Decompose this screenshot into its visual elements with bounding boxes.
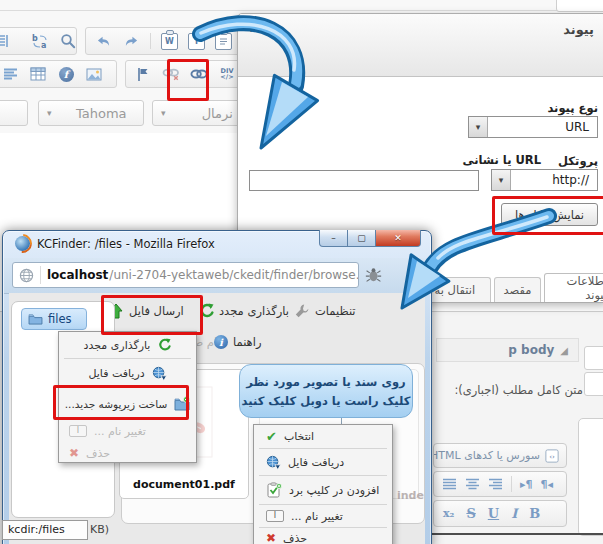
subscript-icon[interactable]: x₂ <box>443 508 454 519</box>
partial-page-box <box>556 0 603 12</box>
menu-item-rename[interactable]: I تغییر نام ... <box>59 420 196 442</box>
link-type-select[interactable]: ▾ URL <box>468 116 598 138</box>
toolbar-group-insert: f <box>0 60 117 88</box>
font-dropdown[interactable]: ▾ Tahoma <box>38 100 144 126</box>
menu-item-clipboard-add[interactable]: افزودن در کلیپ برد <box>254 476 392 504</box>
kcfinder-help-button[interactable]: i راهنما <box>214 335 261 349</box>
elements-path-text[interactable]: p body <box>508 343 554 357</box>
hint-tooltip: روی سند یا تصویر مورد نظر کلیک راست یا د… <box>239 364 413 418</box>
blockquote-icon[interactable] <box>1 65 19 83</box>
menu-item-select[interactable]: ✔ انتخاب <box>254 425 392 448</box>
image-icon[interactable] <box>85 65 103 83</box>
menu-item-label: دریافت فایل <box>288 456 344 469</box>
protocol-label: پروتكل <box>558 154 598 168</box>
dialog-chrome <box>238 14 603 77</box>
refresh-icon <box>198 303 214 319</box>
tab-label: مقصد <box>504 283 532 297</box>
file2-name-partial: inde <box>397 489 425 502</box>
search-icon[interactable] <box>59 32 77 50</box>
menu-item-label: انتخاب <box>284 430 314 443</box>
source-button[interactable]: ‹› سورس یا کدهای HTML <box>433 443 567 468</box>
anchor-flag-icon[interactable] <box>134 65 152 83</box>
redo-icon[interactable] <box>122 32 140 50</box>
toolbar-separator <box>511 476 512 492</box>
paste-from-word-icon[interactable]: W <box>161 33 178 50</box>
flash-icon[interactable]: f <box>57 65 75 83</box>
menu-item-delete-file[interactable]: ✖ حذف <box>254 528 392 544</box>
resize-handle-icon[interactable]: ◢ <box>560 345 568 356</box>
chevron-down-icon[interactable]: ▾ <box>469 117 488 137</box>
protocol-select[interactable]: ▾ http:// <box>491 169 598 191</box>
url-host[interactable]: localhost <box>47 268 108 282</box>
url-path[interactable]: /uni-2704-yektaweb/ckedit/finder/browse.… <box>109 268 359 282</box>
close-window-button[interactable]: ✕ <box>375 230 421 247</box>
undo-icon[interactable] <box>94 32 112 50</box>
div-container-icon[interactable]: DIV</> <box>218 65 236 83</box>
urlbar-divider <box>40 266 41 284</box>
bold-icon[interactable]: B <box>529 507 540 520</box>
rename-icon: I <box>266 510 284 522</box>
url-bar[interactable]: localhost/uni-2704-yektaweb/ckedit/finde… <box>12 262 359 288</box>
styles-dropdown[interactable]: ▾ <box>0 100 28 126</box>
text-direction-ltr-icon[interactable]: ▸¶ <box>520 478 533 491</box>
url-field-label: URL یا نشانی <box>418 153 541 167</box>
hint-line2: کلیک راست یا دوبل کلیک کنید <box>242 394 411 408</box>
browse-files-button[interactable]: نمایش فایل ها <box>501 203 598 226</box>
strikethrough-icon[interactable]: S <box>466 507 475 520</box>
indent-icon[interactable] <box>0 32 11 50</box>
elements-path-bar[interactable]: p body ◢ <box>436 338 579 362</box>
unlink-icon[interactable] <box>162 65 180 83</box>
protocol-value: http:// <box>511 173 597 187</box>
close-icon[interactable]: ✕ <box>246 21 262 37</box>
kcfinder-upload-button[interactable]: ارسال فایل <box>108 303 184 319</box>
italic-icon[interactable]: I <box>511 507 517 520</box>
underline-icon[interactable]: U <box>488 507 499 520</box>
settings-label: تنظیمات <box>315 304 356 318</box>
window-controls: – ▢ ✕ <box>320 230 421 247</box>
address-bar-row: localhost/uni-2704-yektaweb/ckedit/finde… <box>4 258 430 294</box>
font-dropdown-value: Tahoma <box>60 106 143 121</box>
table-icon[interactable] <box>29 65 47 83</box>
justify-icon[interactable] <box>442 478 457 490</box>
menu-item-new-subfolder[interactable]: ساخت زیرپوشه جدید... <box>59 388 196 420</box>
kcfinder-refresh-button[interactable]: بارگذاری مجدد <box>198 303 289 319</box>
link-icon[interactable] <box>190 65 208 83</box>
maximize-button[interactable]: ▢ <box>347 230 376 247</box>
menu-item-label: ساخت زیرپوشه جدید... <box>65 398 167 410</box>
chevron-down-icon: ▾ <box>153 108 174 118</box>
tab-link-info[interactable]: اطلاعات پیوند <box>544 273 603 302</box>
firebug-icon[interactable] <box>365 267 382 286</box>
folder-item-files[interactable]: files <box>21 308 87 330</box>
align-center-icon[interactable] <box>465 478 480 490</box>
minimize-button[interactable]: – <box>319 230 348 247</box>
bidi-icon[interactable]: ba <box>31 32 49 50</box>
svg-text:b: b <box>32 34 38 43</box>
wrench-icon <box>294 303 310 319</box>
firefox-icon <box>15 236 30 251</box>
kcfinder-settings-button[interactable]: تنظیمات <box>294 303 356 319</box>
text-direction-rtl-icon[interactable]: ¶◂ <box>541 478 554 491</box>
toolbar-separator <box>150 33 151 49</box>
menu-item-refresh[interactable]: بارگذاری مجدد <box>59 332 196 358</box>
refresh-label: بارگذاری مجدد <box>219 304 289 318</box>
menu-item-download[interactable]: دریافت فایل <box>59 359 196 388</box>
source-button-label: سورس یا کدهای HTML <box>433 449 540 462</box>
paste-as-text-icon[interactable]: T <box>188 33 205 50</box>
chevron-down-icon[interactable]: ▾ <box>492 170 511 190</box>
file-name: document01.pdf <box>120 478 248 491</box>
info-icon: i <box>214 335 228 349</box>
tab-target[interactable]: مقصد <box>494 277 541 302</box>
align-right-icon[interactable] <box>488 478 503 490</box>
site-globe-icon[interactable] <box>19 268 34 283</box>
toolbar-group-clipboard: W T <box>85 27 247 55</box>
menu-item-delete[interactable]: ✖ حذف <box>59 442 196 464</box>
url-input[interactable] <box>249 170 479 191</box>
div-glyph-bottom: </> <box>220 73 233 81</box>
menu-item-download-file[interactable]: دریافت فایل <box>254 449 392 475</box>
menu-item-rename-file[interactable]: I تغییر نام ... <box>254 505 392 527</box>
paste-icon[interactable] <box>215 33 232 50</box>
menu-item-label: تغییر نام ... <box>291 510 343 523</box>
globe-download-icon <box>266 455 281 470</box>
delete-icon: ✖ <box>69 447 79 459</box>
status-link-popup: kcdir:/files <box>2 520 88 540</box>
